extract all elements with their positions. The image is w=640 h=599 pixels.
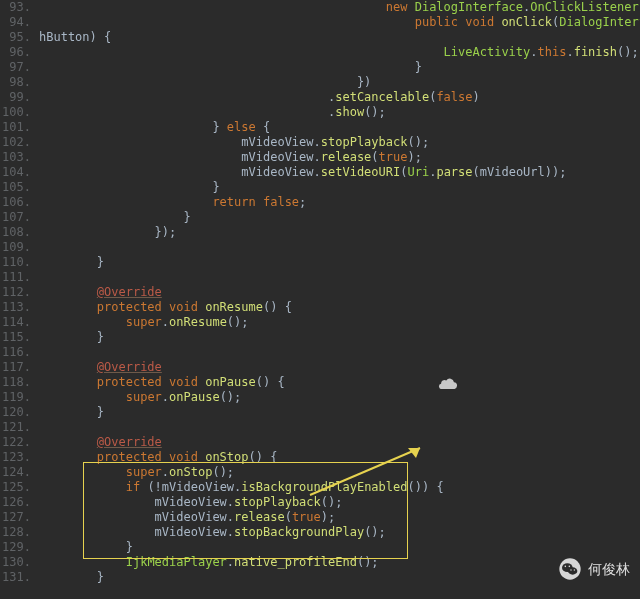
line-number: 125. [0,480,31,495]
code-line: mVideoView.setVideoURI(Uri.parse(mVideoU… [39,165,640,180]
code-line: protected void onResume() { [39,300,640,315]
code-line: super.onPause(); [39,390,640,405]
code-line: } [39,210,640,225]
code-line: .setCancelable(false) [39,90,640,105]
watermark-text: 何俊林 [588,562,630,577]
line-number: 95. [0,30,31,45]
code-line: } [39,60,640,75]
line-gutter: 93.94.95.96.97.98.99.100.101.102.103.104… [0,0,37,599]
line-number: 96. [0,45,31,60]
code-line: } [39,330,640,345]
cloud-icon [437,377,459,389]
line-number: 112. [0,285,31,300]
watermark: 何俊林 [558,557,630,581]
code-line: protected void onPause() { [39,375,640,390]
line-number: 123. [0,450,31,465]
code-line: mVideoView.release(true); [39,150,640,165]
code-line: } [39,540,640,555]
code-line: } [39,570,640,585]
line-number: 126. [0,495,31,510]
line-number: 107. [0,210,31,225]
code-line: mVideoView.stopPlayback(); [39,495,640,510]
code-line: protected void onStop() { [39,450,640,465]
line-number: 102. [0,135,31,150]
code-line: public void onClick(DialogInterface dial… [39,15,640,30]
line-number: 110. [0,255,31,270]
code-line: } [39,180,640,195]
code-line: mVideoView.release(true); [39,510,640,525]
line-number: 97. [0,60,31,75]
code-line [39,420,640,435]
code-line: @Override [39,285,640,300]
svg-point-4 [568,567,577,574]
line-number: 100. [0,105,31,120]
code-line: LiveActivity.this.finish(); [39,45,640,60]
line-number: 111. [0,270,31,285]
code-line: @Override [39,360,640,375]
code-line: }) [39,75,640,90]
code-line: .show(); [39,105,640,120]
line-number: 103. [0,150,31,165]
code-line [39,345,640,360]
line-number: 114. [0,315,31,330]
code-line: mVideoView.stopBackgroundPlay(); [39,525,640,540]
code-line: }); [39,225,640,240]
line-number: 128. [0,525,31,540]
code-line: } [39,255,640,270]
svg-point-8 [574,569,575,570]
line-number: 104. [0,165,31,180]
code-editor: 93.94.95.96.97.98.99.100.101.102.103.104… [0,0,640,599]
line-number: 94. [0,15,31,30]
line-number: 115. [0,330,31,345]
code-line: new DialogInterface.OnClickListener() { [39,0,640,15]
line-number: 117. [0,360,31,375]
code-body[interactable]: new DialogInterface.OnClickListener() { … [37,0,640,599]
code-line: super.onResume(); [39,315,640,330]
line-number: 119. [0,390,31,405]
line-number: 101. [0,120,31,135]
code-line [39,270,640,285]
line-number: 118. [0,375,31,390]
line-number: 99. [0,90,31,105]
line-number: 120. [0,405,31,420]
code-line: IjkMediaPlayer.native_profileEnd(); [39,555,640,570]
code-line: super.onStop(); [39,465,640,480]
line-number: 122. [0,435,31,450]
code-line: return false; [39,195,640,210]
line-number: 93. [0,0,31,15]
code-line: mVideoView.stopPlayback(); [39,135,640,150]
line-number: 98. [0,75,31,90]
line-number: 116. [0,345,31,360]
line-number: 121. [0,420,31,435]
line-number: 129. [0,540,31,555]
line-number: 113. [0,300,31,315]
code-line [39,585,640,599]
svg-point-7 [570,569,571,570]
line-number: 109. [0,240,31,255]
line-number: 124. [0,465,31,480]
code-line: if (!mVideoView.isBackgroundPlayEnabled(… [39,480,640,495]
svg-point-6 [569,566,571,568]
line-number: 106. [0,195,31,210]
code-line [39,240,640,255]
line-number: 105. [0,180,31,195]
line-number: 131. [0,570,31,585]
line-number: 130. [0,555,31,570]
code-line: hButton) { [39,30,640,45]
line-number: 127. [0,510,31,525]
code-line: @Override [39,435,640,450]
line-number: 108. [0,225,31,240]
code-line: } else { [39,120,640,135]
svg-point-5 [565,566,567,568]
wechat-icon [558,557,582,581]
code-line: } [39,405,640,420]
